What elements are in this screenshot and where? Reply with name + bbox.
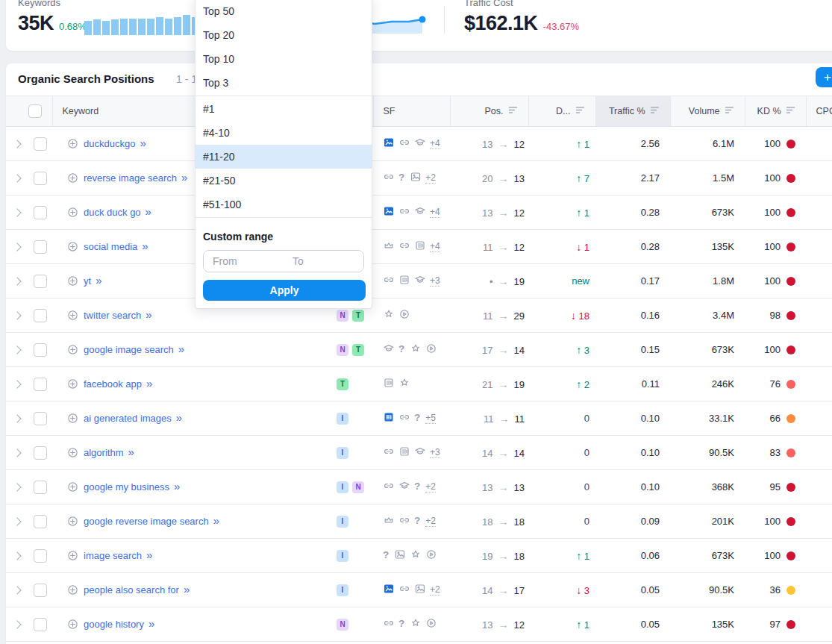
keyword-link[interactable]: people also search for	[84, 584, 179, 595]
keyword-link[interactable]: ai generated images	[84, 413, 172, 424]
add-keyword-icon[interactable]	[67, 172, 78, 186]
keyword-link[interactable]: twitter search	[84, 310, 141, 321]
row-checkbox[interactable]	[34, 584, 47, 597]
keyword-link[interactable]: google my business	[84, 481, 169, 493]
expand-row-chevron-icon[interactable]	[13, 620, 21, 628]
expand-row-chevron-icon[interactable]	[13, 311, 21, 319]
open-keyword-icon[interactable]: »	[178, 343, 184, 355]
keyword-link[interactable]: social media	[84, 241, 137, 252]
row-checkbox[interactable]	[34, 446, 47, 460]
expand-row-chevron-icon[interactable]	[13, 174, 21, 182]
select-all-checkbox[interactable]	[28, 104, 42, 118]
add-keyword-icon[interactable]	[67, 275, 78, 289]
add-keyword-icon[interactable]	[67, 310, 78, 323]
keyword-link[interactable]: google history	[84, 619, 144, 630]
open-keyword-icon[interactable]: »	[146, 548, 151, 561]
add-keyword-icon[interactable]	[67, 584, 78, 598]
col-kd[interactable]: KD %	[745, 96, 806, 127]
serp-feature-more-count[interactable]: +2	[425, 172, 436, 184]
open-keyword-icon[interactable]: »	[176, 411, 181, 424]
expand-row-chevron-icon[interactable]	[13, 414, 21, 422]
row-checkbox[interactable]	[34, 412, 47, 425]
add-keyword-icon[interactable]	[67, 344, 78, 357]
serp-feature-more-count[interactable]: +4	[430, 207, 440, 218]
expand-row-chevron-icon[interactable]	[13, 346, 21, 354]
open-keyword-icon[interactable]: »	[142, 240, 147, 252]
add-keyword-icon[interactable]	[67, 138, 78, 151]
serp-feature-more-count[interactable]: +2	[425, 516, 436, 527]
apply-button[interactable]: Apply	[203, 280, 366, 301]
row-checkbox[interactable]	[34, 206, 47, 219]
add-keyword-icon[interactable]	[67, 241, 78, 254]
open-keyword-icon[interactable]: »	[181, 171, 187, 184]
add-keyword-icon[interactable]	[67, 447, 78, 460]
row-checkbox[interactable]	[34, 172, 47, 185]
expand-row-chevron-icon[interactable]	[13, 517, 21, 525]
row-checkbox[interactable]	[34, 515, 47, 528]
expand-row-chevron-icon[interactable]	[13, 483, 21, 491]
open-keyword-icon[interactable]: »	[148, 617, 154, 630]
serp-feature-more-count[interactable]: +3	[430, 447, 440, 458]
keyword-link[interactable]: yt	[84, 275, 91, 287]
row-checkbox[interactable]	[34, 343, 47, 357]
filter-option[interactable]: Top 20	[196, 23, 372, 47]
serp-feature-more-count[interactable]: +4	[430, 138, 440, 149]
open-keyword-icon[interactable]: »	[146, 205, 151, 218]
serp-feature-more-count[interactable]: +3	[430, 275, 440, 287]
col-diff[interactable]: D...	[528, 96, 595, 127]
keyword-link[interactable]: google image search	[84, 344, 174, 355]
expand-row-chevron-icon[interactable]	[13, 551, 21, 560]
expand-row-chevron-icon[interactable]	[13, 277, 21, 285]
row-checkbox[interactable]	[34, 549, 47, 563]
row-checkbox[interactable]	[34, 481, 47, 494]
add-keyword-icon[interactable]	[67, 207, 78, 220]
keyword-link[interactable]: reverse image search	[84, 172, 177, 184]
open-keyword-icon[interactable]: »	[184, 583, 189, 595]
keyword-link[interactable]: duckduckgo	[84, 138, 135, 149]
filter-option[interactable]: #21-50	[196, 169, 372, 193]
keyword-link[interactable]: duck duck go	[84, 207, 141, 218]
filter-option[interactable]: #51-100	[196, 193, 372, 216]
open-keyword-icon[interactable]: »	[96, 274, 101, 287]
col-volume[interactable]: Volume	[670, 96, 745, 127]
filter-option[interactable]: Top 50	[196, 0, 372, 23]
add-keyword-icon[interactable]	[67, 550, 78, 563]
add-keyword-icon[interactable]	[67, 516, 78, 529]
open-keyword-icon[interactable]: »	[213, 514, 219, 527]
serp-feature-more-count[interactable]: +2	[425, 481, 436, 493]
open-keyword-icon[interactable]: »	[128, 446, 133, 458]
row-checkbox[interactable]	[34, 309, 47, 322]
custom-range-to-input[interactable]	[284, 251, 363, 272]
row-checkbox[interactable]	[34, 240, 47, 254]
add-keyword-icon[interactable]	[67, 378, 78, 392]
filter-option[interactable]: Top 10	[196, 47, 372, 71]
custom-range-from-input[interactable]	[204, 251, 284, 272]
row-checkbox[interactable]	[34, 378, 47, 391]
expand-row-chevron-icon[interactable]	[13, 380, 21, 388]
add-keyword-icon[interactable]	[67, 413, 78, 426]
serp-feature-more-count[interactable]: +5	[425, 413, 436, 424]
expand-row-chevron-icon[interactable]	[13, 586, 21, 594]
open-keyword-icon[interactable]: »	[140, 137, 145, 149]
keyword-link[interactable]: algorithm	[84, 447, 123, 458]
add-keywords-button[interactable]: +	[816, 67, 832, 87]
expand-row-chevron-icon[interactable]	[13, 140, 21, 148]
open-keyword-icon[interactable]: »	[146, 377, 151, 390]
keyword-link[interactable]: image search	[84, 550, 142, 561]
col-sf[interactable]: SF	[373, 96, 450, 127]
serp-feature-more-count[interactable]: +2	[430, 584, 440, 595]
expand-row-chevron-icon[interactable]	[13, 208, 21, 216]
row-checkbox[interactable]	[34, 137, 47, 151]
filter-option[interactable]: #11-20	[196, 145, 372, 169]
open-keyword-icon[interactable]: »	[174, 480, 179, 493]
add-keyword-icon[interactable]	[67, 619, 78, 632]
expand-row-chevron-icon[interactable]	[13, 243, 21, 251]
row-checkbox[interactable]	[34, 618, 47, 631]
open-keyword-icon[interactable]: »	[146, 308, 151, 321]
expand-row-chevron-icon[interactable]	[13, 448, 21, 457]
keyword-link[interactable]: facebook app	[84, 378, 142, 390]
add-keyword-icon[interactable]	[67, 481, 78, 495]
serp-feature-more-count[interactable]: +4	[430, 241, 440, 252]
filter-option[interactable]: #1	[196, 97, 372, 121]
row-checkbox[interactable]	[34, 275, 47, 288]
